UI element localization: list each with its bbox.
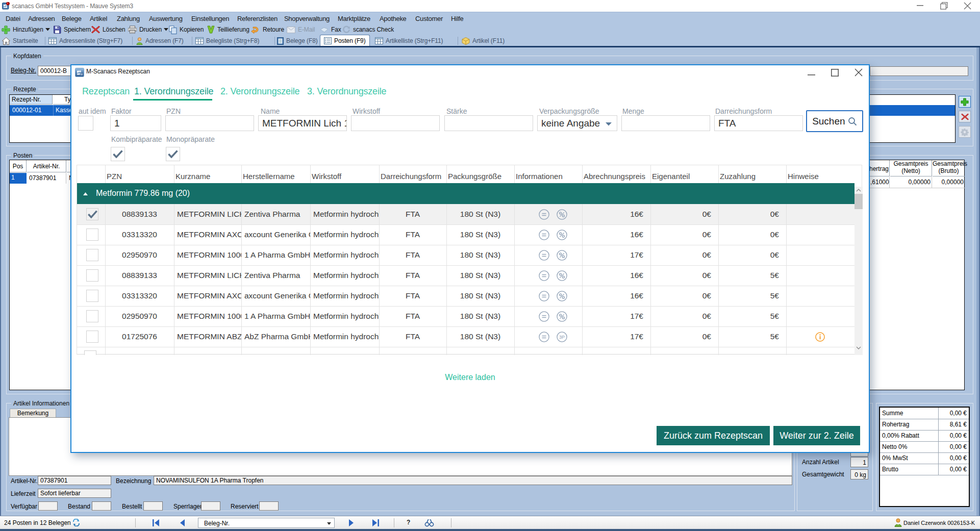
svg-text:3P: 3P (559, 335, 565, 340)
